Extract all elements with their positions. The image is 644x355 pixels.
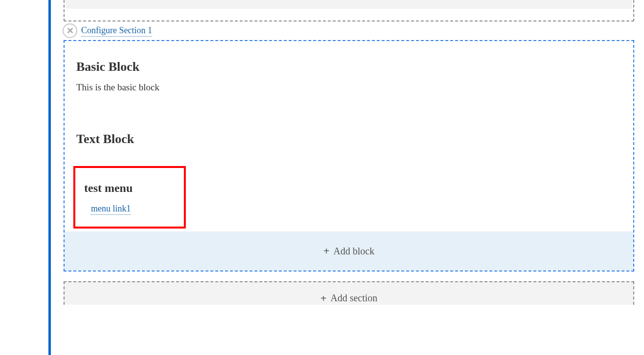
previous-section-remnant <box>64 0 634 21</box>
add-block-button[interactable]: + Add block <box>65 231 633 271</box>
add-section-button[interactable]: + Add section <box>64 281 634 305</box>
basic-block-body: This is the basic block <box>76 82 622 93</box>
content-column: ✕ Configure Section 1 Basic Block This i… <box>64 0 634 305</box>
section-header: ✕ Configure Section 1 <box>64 25 634 40</box>
remove-section-button[interactable]: ✕ <box>63 23 77 38</box>
text-block-title: Text Block <box>76 132 622 146</box>
menu-block-title: test menu <box>84 182 175 195</box>
section-1-inner: Basic Block This is the basic block Text… <box>65 41 633 229</box>
layout-builder-page: ✕ Configure Section 1 Basic Block This i… <box>0 0 644 355</box>
configure-section-link[interactable]: Configure Section 1 <box>81 25 152 37</box>
plus-icon: + <box>323 246 330 256</box>
plus-icon: + <box>320 293 327 304</box>
section-1: Basic Block This is the basic block Text… <box>64 40 634 271</box>
basic-block-title: Basic Block <box>76 60 622 74</box>
previous-section-remnant-inner <box>64 0 634 21</box>
menu-block-highlighted: test menu menu link1 <box>73 166 186 229</box>
vertical-accent-bar <box>48 0 51 355</box>
close-icon: ✕ <box>67 26 74 35</box>
menu-link-1[interactable]: menu link1 <box>91 204 131 215</box>
add-block-label: Add block <box>333 246 375 257</box>
add-section-label: Add section <box>331 292 378 304</box>
